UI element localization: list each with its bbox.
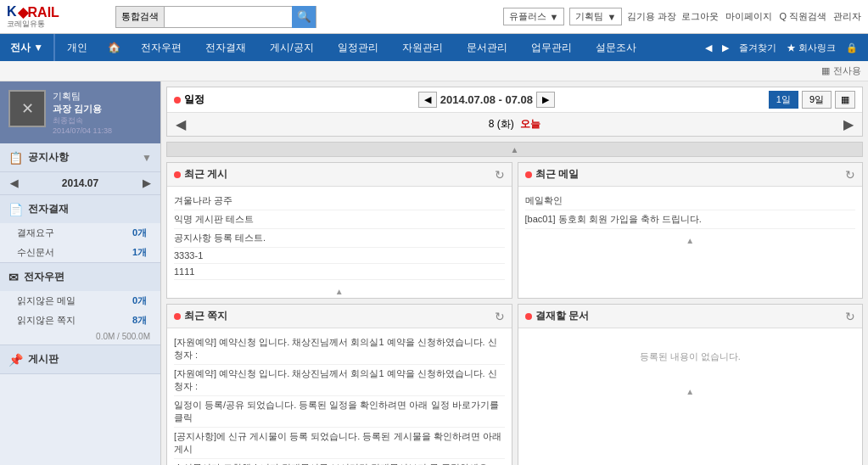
panel-recent-mail-title: 최근 메일	[525, 167, 579, 182]
nav-right-controls: ◀ ▶ 즐겨찾기 ★ 회사링크 🔒	[702, 34, 868, 61]
recent-note-refresh-btn[interactable]: ↻	[495, 310, 505, 323]
nav-company-links-btn[interactable]: ★ 회사링크	[783, 42, 839, 54]
panel-dot-approval-icon	[525, 313, 532, 320]
date-range-nav: ◀ 2014.07.08 - 07.08 ▶	[418, 92, 555, 108]
nav-mail[interactable]: 전자우편	[129, 34, 193, 61]
nav-home[interactable]: 🏠	[99, 34, 129, 61]
note-item-3[interactable]: [공지사항]에 신규 게시물이 등록 되었습니다. 등록된 게시물을 확인하려면…	[174, 428, 505, 459]
schedule-next-btn[interactable]: ▶	[536, 92, 555, 108]
note-item-1[interactable]: [자원예약] 예약신청 입니다. 채상진님께서 회의실1 예약을 신청하였습니다…	[174, 365, 505, 396]
approval-request-label: 결재요구	[17, 227, 54, 239]
nav-document[interactable]: 문서관리	[455, 34, 519, 61]
calendar-prev-btn[interactable]: ◀	[10, 177, 18, 189]
sidebar-mail-label: 전자우편	[24, 270, 64, 284]
schedule-prev-btn[interactable]: ◀	[418, 92, 437, 108]
nav-dept-selector[interactable]: 전사 ▼	[0, 34, 54, 61]
sidebar-unread-note[interactable]: 읽지않은 쪽지 8개	[0, 311, 160, 330]
schedule-date-range: 2014.07.08 - 07.08	[440, 93, 533, 106]
approval-received-label: 수신문서	[17, 246, 54, 259]
nav-approval[interactable]: 전자결재	[193, 34, 258, 61]
post-item-2[interactable]: 공지사항 등록 테스트.	[174, 229, 505, 248]
panel-row-1: 최근 게시 ↻ 겨울나라 공주 익명 게시판 테스트 공지사항 등록 테스트. …	[166, 162, 863, 299]
mail-item-1[interactable]: [bac01] 동호회 회원 가입을 축하 드립니다.	[525, 210, 856, 229]
post-item-4[interactable]: 1111	[174, 264, 505, 280]
logout-link[interactable]: 로그아웃	[681, 10, 719, 23]
schedule-day-next-btn[interactable]: ▶	[843, 116, 854, 132]
sidebar-mail-header[interactable]: ✉ 전자우편	[0, 263, 160, 291]
approval-docs-scroll-up[interactable]: ▲	[518, 385, 863, 398]
logo-korail: K	[7, 4, 16, 20]
user-dept-dropdown[interactable]: 기획팀 ▼	[569, 8, 622, 25]
unread-note-label: 읽지않은 쪽지	[17, 314, 76, 327]
sidebar-notice-header[interactable]: 📋 공지사항 ▼	[0, 143, 160, 171]
view-mode-label: 전사용	[833, 64, 861, 77]
admin-link[interactable]: 관리자	[833, 10, 861, 23]
nav-business[interactable]: 업무관리	[519, 34, 584, 61]
collapse-indicator[interactable]: ▲	[166, 142, 863, 157]
panel-recent-note-header: 최근 쪽지 ↻	[167, 305, 512, 328]
post-item-3[interactable]: 3333-1	[174, 248, 505, 264]
search-button[interactable]: 🔍	[292, 6, 316, 28]
post-item-0[interactable]: 겨울나라 공주	[174, 192, 505, 210]
sidebar-approval-header[interactable]: 📄 전자결재	[0, 195, 160, 223]
search-icon: 🔍	[297, 10, 311, 23]
nav-survey[interactable]: 설문조사	[584, 34, 648, 61]
notice-expand-icon: ▼	[142, 152, 152, 164]
nav-favorites-btn[interactable]: 즐겨찾기	[736, 42, 780, 54]
nav-next-btn[interactable]: ▶	[719, 42, 732, 53]
sidebar-unread-mail[interactable]: 읽지않은 메일 0개	[0, 291, 160, 311]
profile-dept: 기획팀	[53, 90, 112, 103]
nav-schedule[interactable]: 일정관리	[326, 34, 390, 61]
panel-recent-posts-header: 최근 게시 ↻	[167, 163, 512, 187]
schedule-day-prev-btn[interactable]: ◀	[176, 116, 186, 132]
panel-row-2: 최근 쪽지 ↻ [자원예약] 예약신청 입니다. 채상진님께서 회의실1 예약을…	[166, 304, 863, 465]
mypage-link[interactable]: 마이페이지	[725, 10, 772, 23]
recent-posts-refresh-btn[interactable]: ↻	[495, 168, 505, 182]
schedule-day-count: 8	[489, 118, 495, 130]
schedule-dot	[174, 97, 181, 104]
sidebar-approval-request[interactable]: 결재요구 0개	[0, 223, 160, 243]
schedule-1day-btn[interactable]: 1일	[769, 91, 798, 109]
panel-recent-posts-content: 겨울나라 공주 익명 게시판 테스트 공지사항 등록 테스트. 3333-1 1…	[167, 187, 512, 285]
sidebar-board-label: 게시판	[28, 352, 59, 367]
search-input[interactable]	[165, 7, 292, 27]
post-item-1[interactable]: 익명 게시판 테스트	[174, 210, 505, 229]
panel-approval-docs-title: 결재할 문서	[525, 309, 589, 323]
mail-item-0[interactable]: 메일확인	[525, 192, 856, 210]
user-group-dropdown[interactable]: 유플러스 ▼	[503, 8, 565, 25]
sidebar-notice-label: 공지사항	[28, 150, 69, 165]
nav-prev-btn[interactable]: ◀	[702, 42, 715, 53]
mail-icon: ✉	[8, 271, 19, 284]
calendar-next-btn[interactable]: ▶	[143, 177, 150, 189]
nav-personal[interactable]: 개인	[55, 34, 99, 61]
schedule-9day-btn[interactable]: 9일	[802, 91, 832, 109]
schedule-title-area: 일정	[174, 92, 204, 107]
header-links: 로그아웃 마이페이지 Q 직원검색 관리자	[681, 10, 861, 23]
sidebar-approval-received[interactable]: 수신문서 1개	[0, 243, 160, 262]
nav-lock-btn[interactable]: 🔒	[843, 42, 861, 53]
panel-dot-mail-icon	[525, 171, 532, 178]
panel-recent-posts-title: 최근 게시	[174, 167, 227, 182]
recent-posts-scroll-up[interactable]: ▲	[167, 285, 512, 298]
recent-mail-scroll-up[interactable]: ▲	[518, 234, 863, 247]
approval-received-count: 1개	[132, 246, 147, 259]
panel-recent-mail-header: 최근 메일 ↻	[518, 163, 863, 187]
profile-name: 과장 김기용	[53, 103, 112, 115]
sidebar-board-header[interactable]: 📌 게시판	[0, 345, 160, 373]
unread-mail-label: 읽지않은 메일	[17, 294, 76, 307]
nav-resource[interactable]: 자원관리	[390, 34, 455, 61]
note-item-0[interactable]: [자원예약] 예약신청 입니다. 채상진님께서 회의실1 예약을 신청하였습니다…	[174, 333, 505, 365]
sidebar-section-board: 📌 게시판	[0, 345, 160, 374]
panel-dot-note-icon	[174, 313, 181, 320]
note-item-4[interactable]: 수신문서가 도착했습니다.결재문서를 보시려면 결재문서보기 를 클릭하세요. …	[174, 459, 505, 465]
note-item-2[interactable]: 일정이 등록/공유 되었습니다. 등록된 일정을 확인하려면 아래 일정 바로가…	[174, 396, 505, 428]
collapse-arrow-icon: ▲	[511, 145, 519, 154]
approval-docs-refresh-btn[interactable]: ↻	[845, 310, 855, 323]
employee-search-link[interactable]: Q 직원검색	[779, 10, 826, 23]
sidebar-section-approval: 📄 전자결재 결재요구 0개 수신문서 1개	[0, 195, 160, 263]
schedule-cal-view-btn[interactable]: ▦	[835, 91, 855, 109]
content-area: 일정 ◀ 2014.07.08 - 07.08 ▶ 1일 9일 ▦ ◀ 8 (화…	[161, 81, 868, 465]
recent-mail-refresh-btn[interactable]: ↻	[845, 168, 855, 182]
schedule-view-buttons: 1일 9일 ▦	[769, 91, 855, 109]
nav-notice[interactable]: 게시/공지	[258, 34, 325, 61]
